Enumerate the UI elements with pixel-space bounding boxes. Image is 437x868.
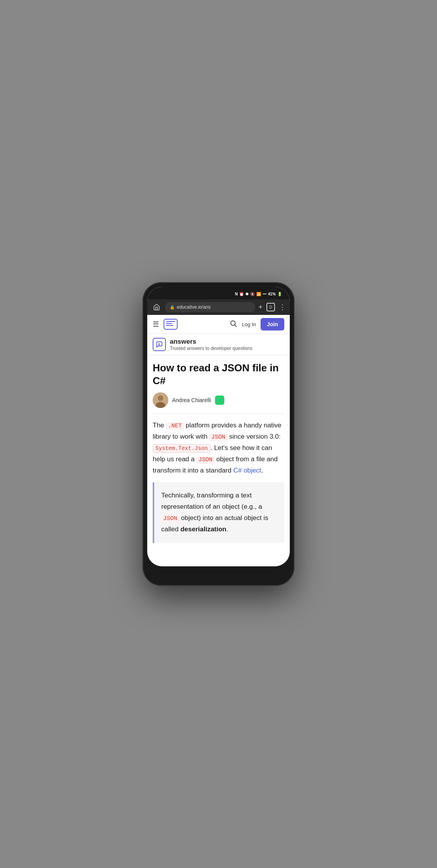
mute-icon: 🔇 — [250, 292, 255, 296]
new-tab-button[interactable]: + — [258, 303, 263, 311]
status-right: N ⏰ ✱ 🔇 📶 ▪▪▪ 41% 🔋 — [235, 292, 282, 296]
author-avatar — [153, 392, 168, 408]
search-button[interactable] — [229, 320, 237, 329]
page-content: ☰ Log In Join — [147, 315, 290, 566]
csharp-object-link[interactable]: C# object — [233, 467, 261, 474]
article-title: How to read a JSON file in C# — [153, 362, 284, 387]
lock-icon: 🔒 — [170, 305, 174, 309]
battery-text: 41% — [268, 292, 276, 296]
phone-frame: N ⏰ ✱ 🔇 📶 ▪▪▪ 41% 🔋 🔒 educative.io/ans — [143, 282, 294, 586]
url-text: educative.io/ans — [177, 304, 211, 310]
svg-point-5 — [158, 395, 163, 401]
article-body: The .NET platform provides a handy nativ… — [153, 420, 284, 543]
wifi-icon: 📶 — [256, 292, 261, 296]
json-inline-blockquote: JSON — [161, 515, 179, 522]
browser-menu-button[interactable]: ⋮ — [279, 303, 286, 311]
deserialization-term: deserialization — [180, 525, 226, 533]
browser-actions: + D ⋮ — [258, 303, 286, 311]
nav-logo[interactable] — [164, 319, 178, 330]
json-inline-2: JSON — [196, 456, 214, 464]
alarm-icon: ⏰ — [239, 292, 244, 296]
signal-icon: ▪▪▪ — [263, 292, 266, 296]
author-name: Andrea Chiarelli — [172, 397, 211, 403]
tab-switcher-button[interactable]: D — [266, 303, 275, 311]
dot-net-code: .NET — [166, 422, 184, 430]
answers-icon — [153, 338, 166, 351]
hamburger-menu-button[interactable]: ☰ — [153, 320, 159, 329]
author-badge — [215, 395, 224, 405]
nfc-icon: N — [235, 292, 238, 296]
avatar-face — [153, 392, 168, 408]
blockquote-text: Technically, transforming a text represe… — [161, 490, 277, 535]
home-button[interactable] — [151, 302, 162, 313]
login-button[interactable]: Log In — [242, 322, 256, 327]
browser-chrome: 🔒 educative.io/ans + D ⋮ — [147, 299, 290, 315]
answers-banner: answers Trusted answers to developer que… — [147, 334, 290, 355]
answers-tagline: Trusted answers to developer questions — [170, 346, 252, 351]
svg-line-1 — [235, 325, 237, 327]
status-center — [201, 292, 205, 296]
answers-brand-label: answers — [170, 338, 252, 346]
bluetooth-icon: ✱ — [245, 292, 248, 296]
status-bar: N ⏰ ✱ 🔇 📶 ▪▪▪ 41% 🔋 — [147, 287, 290, 299]
answers-text-block: answers Trusted answers to developer que… — [170, 338, 252, 351]
json-inline-1: JSON — [209, 434, 227, 441]
author-row: Andrea Chiarelli — [153, 392, 284, 414]
system-text-json-code: System.Text.Json — [153, 444, 210, 453]
battery-icon: 🔋 — [277, 292, 282, 296]
join-button[interactable]: Join — [261, 318, 284, 330]
phone-screen: N ⏰ ✱ 🔇 📶 ▪▪▪ 41% 🔋 🔒 educative.io/ans — [147, 287, 290, 566]
address-bar[interactable]: 🔒 educative.io/ans — [165, 302, 255, 312]
nav-bar: ☰ Log In Join — [147, 315, 290, 334]
camera-dot — [201, 292, 205, 296]
article: How to read a JSON file in C# Andrea — [147, 355, 290, 566]
intro-paragraph: The .NET platform provides a handy nativ… — [153, 420, 284, 476]
blockquote: Technically, transforming a text represe… — [153, 482, 284, 543]
svg-point-0 — [231, 321, 235, 325]
bottom-space — [153, 548, 284, 560]
